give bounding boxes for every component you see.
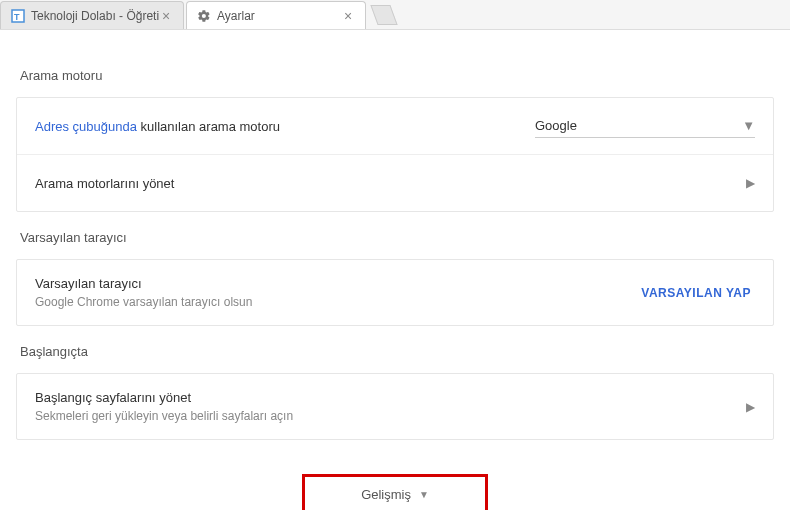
make-default-button[interactable]: VARSAYILAN YAP xyxy=(637,278,755,308)
browser-tab-2[interactable]: Ayarlar × xyxy=(186,1,366,29)
manage-startup-pages-row[interactable]: Başlangıç sayfalarını yönet Sekmeleri ge… xyxy=(17,374,773,439)
search-engine-label-rest: kullanılan arama motoru xyxy=(137,119,280,134)
tab-title: Teknoloji Dolabı - Öğreti xyxy=(31,9,159,23)
chevron-right-icon: ▶ xyxy=(746,400,755,414)
search-engine-card: Adres çubuğunda kullanılan arama motoru … xyxy=(16,97,774,212)
startup-card: Başlangıç sayfalarını yönet Sekmeleri ge… xyxy=(16,373,774,440)
section-title-default-browser: Varsayılan tarayıcı xyxy=(20,230,774,245)
close-icon[interactable]: × xyxy=(159,9,173,23)
chevron-down-icon: ▼ xyxy=(419,489,429,500)
dropdown-arrow-icon: ▼ xyxy=(742,118,755,133)
startup-pages-sublabel: Sekmeleri geri yükleyin veya belirli say… xyxy=(35,409,746,423)
gear-icon xyxy=(197,9,211,23)
advanced-section: Gelişmiş ▼ xyxy=(16,474,774,510)
search-engine-row: Adres çubuğunda kullanılan arama motoru … xyxy=(17,98,773,155)
tab-title: Ayarlar xyxy=(217,9,341,23)
favicon-td-icon: T xyxy=(11,9,25,23)
settings-content: Arama motoru Adres çubuğunda kullanılan … xyxy=(0,30,790,510)
section-title-search-engine: Arama motoru xyxy=(20,68,774,83)
default-browser-label: Varsayılan tarayıcı xyxy=(35,276,637,291)
manage-search-engines-row[interactable]: Arama motorlarını yönet ▶ xyxy=(17,155,773,211)
startup-pages-label: Başlangıç sayfalarını yönet xyxy=(35,390,746,405)
chevron-right-icon: ▶ xyxy=(746,176,755,190)
new-tab-button[interactable] xyxy=(370,5,397,25)
svg-text:T: T xyxy=(14,12,20,22)
default-browser-row: Varsayılan tarayıcı Google Chrome varsay… xyxy=(17,260,773,325)
default-browser-sublabel: Google Chrome varsayılan tarayıcı olsun xyxy=(35,295,637,309)
search-engine-select[interactable]: Google ▼ xyxy=(535,114,755,138)
advanced-label: Gelişmiş xyxy=(361,487,411,502)
manage-search-engines-label: Arama motorlarını yönet xyxy=(35,176,174,191)
close-icon[interactable]: × xyxy=(341,9,355,23)
browser-tab-1[interactable]: T Teknoloji Dolabı - Öğreti × xyxy=(0,1,184,29)
default-browser-card: Varsayılan tarayıcı Google Chrome varsay… xyxy=(16,259,774,326)
section-title-startup: Başlangıçta xyxy=(20,344,774,359)
highlight-box: Gelişmiş ▼ xyxy=(302,474,488,510)
advanced-toggle-button[interactable]: Gelişmiş ▼ xyxy=(361,487,429,502)
select-value: Google xyxy=(535,118,577,133)
search-engine-label: Adres çubuğunda kullanılan arama motoru xyxy=(35,119,280,134)
tab-bar: T Teknoloji Dolabı - Öğreti × Ayarlar × xyxy=(0,0,790,30)
address-bar-link[interactable]: Adres çubuğunda xyxy=(35,119,137,134)
